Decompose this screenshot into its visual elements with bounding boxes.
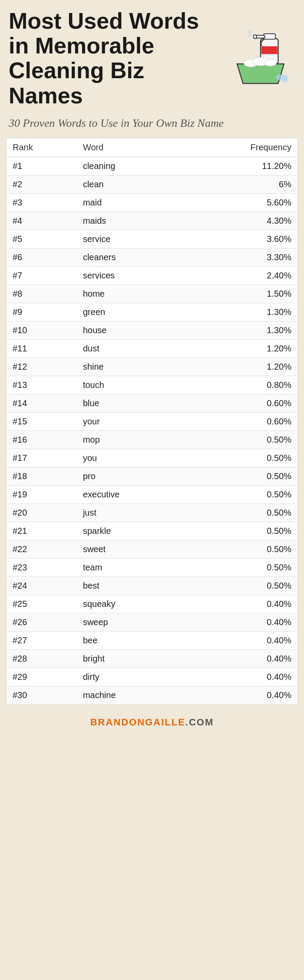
table-row: #28bright0.40%	[7, 649, 298, 668]
cell-frequency: 0.60%	[182, 412, 298, 430]
cell-rank: #11	[7, 339, 77, 358]
cell-rank: #9	[7, 303, 77, 321]
cell-word: squeaky	[77, 595, 182, 613]
cell-word: mop	[77, 430, 182, 449]
cell-frequency: 3.30%	[182, 248, 298, 266]
table-row: #5service3.60%	[7, 230, 298, 248]
cell-word: executive	[77, 485, 182, 503]
table-row: #29dirty0.40%	[7, 668, 298, 686]
cell-word: blue	[77, 394, 182, 412]
cell-word: bee	[77, 631, 182, 649]
cell-rank: #25	[7, 595, 77, 613]
cell-rank: #10	[7, 321, 77, 339]
table-row: #15your0.60%	[7, 412, 298, 430]
svg-rect-1	[261, 46, 278, 54]
cell-word: you	[77, 449, 182, 467]
cell-frequency: 0.40%	[182, 686, 298, 704]
table-row: #7services2.40%	[7, 266, 298, 285]
cell-rank: #19	[7, 485, 77, 503]
cell-frequency: 0.40%	[182, 649, 298, 668]
col-rank: Rank	[7, 138, 77, 157]
cell-frequency: 1.20%	[182, 358, 298, 376]
cell-frequency: 11.20%	[182, 157, 298, 175]
cell-rank: #1	[7, 157, 77, 175]
cell-rank: #30	[7, 686, 77, 704]
cell-frequency: 0.50%	[182, 576, 298, 595]
cell-rank: #13	[7, 376, 77, 394]
table-row: #17you0.50%	[7, 449, 298, 467]
table-row: #30machine0.40%	[7, 686, 298, 704]
title-block: Most Used Words in Memorable Cleaning Bi…	[9, 9, 226, 108]
svg-point-11	[264, 59, 277, 66]
cell-rank: #4	[7, 212, 77, 230]
cell-word: home	[77, 285, 182, 303]
cell-frequency: 1.30%	[182, 321, 298, 339]
table-row: #6cleaners3.30%	[7, 248, 298, 266]
svg-rect-4	[254, 35, 257, 38]
cell-word: clean	[77, 175, 182, 193]
table-header-row: Rank Word Frequency	[7, 138, 298, 157]
cell-word: sweet	[77, 540, 182, 558]
cell-frequency: 0.40%	[182, 613, 298, 631]
cell-word: green	[77, 303, 182, 321]
cell-frequency: 0.40%	[182, 668, 298, 686]
cell-rank: #16	[7, 430, 77, 449]
col-frequency: Frequency	[182, 138, 298, 157]
header-section: Most Used Words in Memorable Cleaning Bi…	[0, 0, 304, 113]
table-row: #22sweet0.50%	[7, 540, 298, 558]
table-row: #10house1.30%	[7, 321, 298, 339]
cell-rank: #12	[7, 358, 77, 376]
cell-frequency: 1.50%	[182, 285, 298, 303]
cell-word: machine	[77, 686, 182, 704]
cell-word: pro	[77, 467, 182, 485]
table-row: #12shine1.20%	[7, 358, 298, 376]
table-row: #4maids4.30%	[7, 212, 298, 230]
cell-frequency: 0.50%	[182, 467, 298, 485]
cell-rank: #5	[7, 230, 77, 248]
cleaning-illustration	[226, 9, 295, 91]
cell-rank: #14	[7, 394, 77, 412]
cell-frequency: 5.60%	[182, 193, 298, 212]
cell-word: service	[77, 230, 182, 248]
svg-line-5	[248, 32, 251, 34]
cell-rank: #27	[7, 631, 77, 649]
cell-frequency: 2.40%	[182, 266, 298, 285]
cell-rank: #21	[7, 522, 77, 540]
cell-word: bright	[77, 649, 182, 668]
cell-rank: #26	[7, 613, 77, 631]
table-row: #26sweep0.40%	[7, 613, 298, 631]
cell-frequency: 0.80%	[182, 376, 298, 394]
col-word: Word	[77, 138, 182, 157]
cell-frequency: 0.50%	[182, 430, 298, 449]
footer: BRANDONGAILLE.COM	[0, 711, 304, 733]
cell-word: your	[77, 412, 182, 430]
cell-frequency: 0.50%	[182, 449, 298, 467]
cell-word: house	[77, 321, 182, 339]
cell-frequency: 1.20%	[182, 339, 298, 358]
cell-rank: #7	[7, 266, 77, 285]
cell-rank: #18	[7, 467, 77, 485]
cell-word: team	[77, 558, 182, 576]
table-row: #18pro0.50%	[7, 467, 298, 485]
table-row: #27bee0.40%	[7, 631, 298, 649]
cell-word: maid	[77, 193, 182, 212]
svg-point-13	[281, 78, 289, 82]
cell-word: cleaners	[77, 248, 182, 266]
table-row: #9green1.30%	[7, 303, 298, 321]
cell-frequency: 0.50%	[182, 558, 298, 576]
cell-frequency: 6%	[182, 175, 298, 193]
table-row: #3maid5.60%	[7, 193, 298, 212]
table-row: #8home1.50%	[7, 285, 298, 303]
cell-rank: #20	[7, 503, 77, 522]
cell-frequency: 0.40%	[182, 595, 298, 613]
cell-word: shine	[77, 358, 182, 376]
cell-frequency: 3.60%	[182, 230, 298, 248]
table-row: #13touch0.80%	[7, 376, 298, 394]
subtitle: 30 Proven Words to Use in Your Own Biz N…	[0, 116, 304, 138]
table-row: #25squeaky0.40%	[7, 595, 298, 613]
table-row: #23team0.50%	[7, 558, 298, 576]
main-title: Most Used Words in Memorable Cleaning Bi…	[9, 9, 226, 108]
cell-frequency: 0.50%	[182, 522, 298, 540]
cell-rank: #17	[7, 449, 77, 467]
table-row: #2clean6%	[7, 175, 298, 193]
